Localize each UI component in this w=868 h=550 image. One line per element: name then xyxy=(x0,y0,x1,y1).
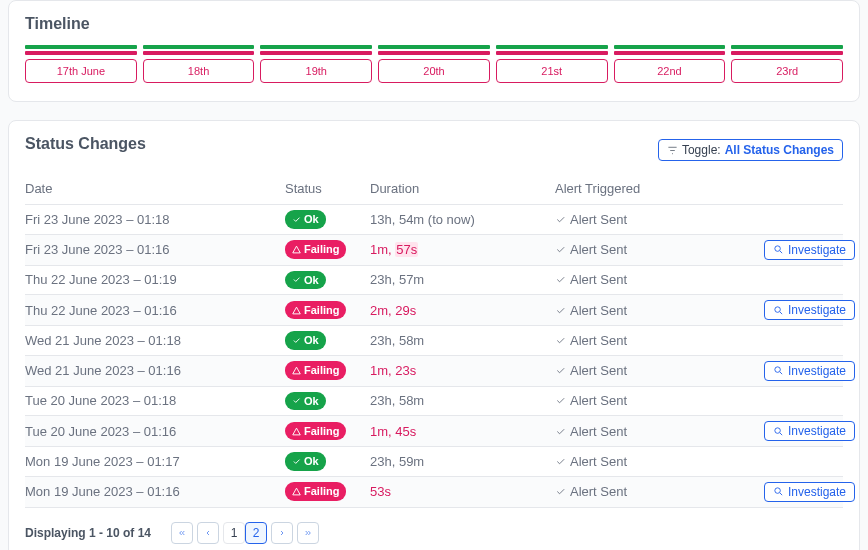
day-label: 18th xyxy=(143,59,255,83)
cell-date: Wed 21 June 2023 – 01:16 xyxy=(25,363,285,378)
check-icon xyxy=(292,457,301,466)
cell-status: Ok xyxy=(285,392,370,411)
timeline-day[interactable]: 23rd xyxy=(731,45,843,83)
cell-duration: 23h, 57m xyxy=(370,272,555,287)
status-badge-ok: Ok xyxy=(285,210,326,229)
day-label: 20th xyxy=(378,59,490,83)
check-icon xyxy=(555,426,566,437)
status-badge-failing: Failing xyxy=(285,422,346,441)
search-icon xyxy=(773,244,784,255)
cell-date: Wed 21 June 2023 – 01:18 xyxy=(25,333,285,348)
day-bars xyxy=(143,45,255,55)
cell-date: Tue 20 June 2023 – 01:18 xyxy=(25,393,285,408)
cell-alert: Alert Sent xyxy=(555,454,755,469)
page-first-button[interactable] xyxy=(171,522,193,544)
status-badge-ok: Ok xyxy=(285,392,326,411)
check-icon xyxy=(555,486,566,497)
timeline-day[interactable]: 18th xyxy=(143,45,255,83)
alert-icon xyxy=(292,306,301,315)
day-label: 22nd xyxy=(614,59,726,83)
check-icon xyxy=(292,275,301,284)
timeline-day[interactable]: 21st xyxy=(496,45,608,83)
day-bars xyxy=(731,45,843,55)
toggle-prefix: Toggle: xyxy=(682,143,721,157)
table-row: Mon 19 June 2023 – 01:16Failing53sAlert … xyxy=(25,477,843,508)
search-icon xyxy=(773,305,784,316)
investigate-button[interactable]: Investigate xyxy=(764,240,855,260)
status-badge-failing: Failing xyxy=(285,240,346,259)
check-icon xyxy=(292,215,301,224)
cell-date: Fri 23 June 2023 – 01:18 xyxy=(25,212,285,227)
status-badge-ok: Ok xyxy=(285,331,326,350)
cell-date: Tue 20 June 2023 – 01:16 xyxy=(25,424,285,439)
check-icon xyxy=(292,336,301,345)
cell-status: Ok xyxy=(285,271,370,290)
timeline-day[interactable]: 19th xyxy=(260,45,372,83)
cell-date: Mon 19 June 2023 – 01:16 xyxy=(25,484,285,499)
cell-action: Investigate xyxy=(755,482,855,502)
day-bars xyxy=(260,45,372,55)
alert-icon xyxy=(292,245,301,254)
investigate-button[interactable]: Investigate xyxy=(764,300,855,320)
timeline-day[interactable]: 20th xyxy=(378,45,490,83)
investigate-button[interactable]: Investigate xyxy=(764,482,855,502)
timeline-day[interactable]: 17th June xyxy=(25,45,137,83)
toggle-filter-button[interactable]: Toggle: All Status Changes xyxy=(658,139,843,161)
table-row: Fri 23 June 2023 – 01:18Ok13h, 54m (to n… xyxy=(25,205,843,235)
day-label: 19th xyxy=(260,59,372,83)
cell-action: Investigate xyxy=(755,361,855,381)
cell-action: Investigate xyxy=(755,300,855,320)
check-icon xyxy=(555,335,566,346)
timeline-day[interactable]: 22nd xyxy=(614,45,726,83)
cell-alert: Alert Sent xyxy=(555,333,755,348)
page-number-button[interactable]: 1 xyxy=(223,522,245,544)
status-badge-failing: Failing xyxy=(285,482,346,501)
bar-top xyxy=(25,45,137,49)
table-row: Thu 22 June 2023 – 01:19Ok23h, 57mAlert … xyxy=(25,266,843,296)
status-changes-card: Status Changes Toggle: All Status Change… xyxy=(8,120,860,550)
cell-duration: 23h, 59m xyxy=(370,454,555,469)
status-badge-ok: Ok xyxy=(285,271,326,290)
investigate-button[interactable]: Investigate xyxy=(764,361,855,381)
cell-date: Mon 19 June 2023 – 01:17 xyxy=(25,454,285,469)
svg-point-2 xyxy=(775,367,781,373)
bar-bottom xyxy=(731,51,843,55)
check-icon xyxy=(555,395,566,406)
cell-alert: Alert Sent xyxy=(555,212,755,227)
investigate-button[interactable]: Investigate xyxy=(764,421,855,441)
svg-point-0 xyxy=(775,246,781,252)
cell-alert: Alert Sent xyxy=(555,484,755,499)
check-icon xyxy=(555,274,566,285)
bar-bottom xyxy=(143,51,255,55)
table-header: Date Status Duration Alert Triggered xyxy=(25,177,843,205)
timeline-row: 17th June18th19th20th21st22nd23rd xyxy=(25,45,843,83)
cell-duration: 2m, 29s xyxy=(370,303,555,318)
page-number-button[interactable]: 2 xyxy=(245,522,267,544)
day-bars xyxy=(25,45,137,55)
page-last-button[interactable] xyxy=(297,522,319,544)
cell-status: Ok xyxy=(285,452,370,471)
col-head-duration: Duration xyxy=(370,181,555,196)
bar-bottom xyxy=(378,51,490,55)
status-badge-ok: Ok xyxy=(285,452,326,471)
cell-duration: 13h, 54m (to now) xyxy=(370,212,555,227)
bar-top xyxy=(731,45,843,49)
check-icon xyxy=(555,305,566,316)
timeline-card: Timeline 17th June18th19th20th21st22nd23… xyxy=(8,0,860,102)
cell-status: Failing xyxy=(285,482,370,501)
cell-action: Investigate xyxy=(755,421,855,441)
day-label: 17th June xyxy=(25,59,137,83)
bar-bottom xyxy=(496,51,608,55)
day-bars xyxy=(496,45,608,55)
cell-status: Ok xyxy=(285,210,370,229)
cell-action: Investigate xyxy=(755,240,855,260)
check-icon xyxy=(555,456,566,467)
alert-icon xyxy=(292,487,301,496)
bar-top xyxy=(496,45,608,49)
cell-duration: 23h, 58m xyxy=(370,333,555,348)
page-next-button[interactable] xyxy=(271,522,293,544)
bar-bottom xyxy=(25,51,137,55)
cell-status: Failing xyxy=(285,240,370,259)
svg-point-4 xyxy=(775,488,781,494)
page-prev-button[interactable] xyxy=(197,522,219,544)
